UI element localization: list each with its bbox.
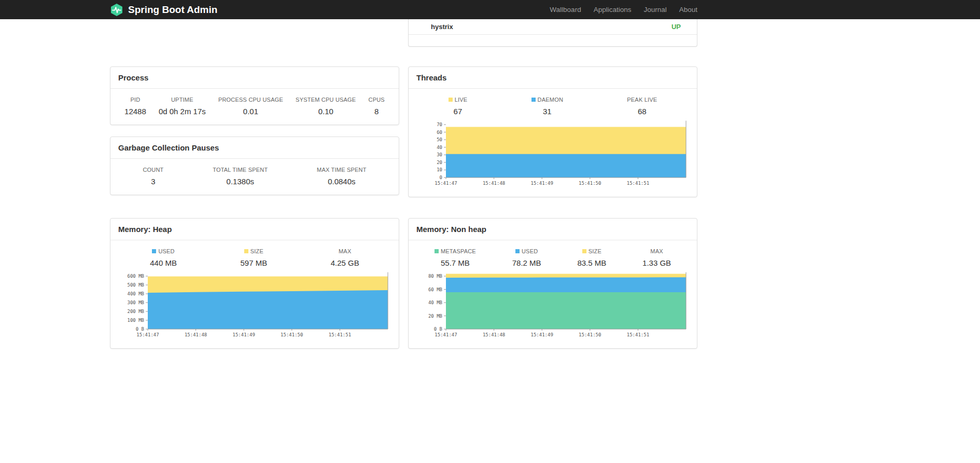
- svg-text:400 MB: 400 MB: [127, 291, 144, 296]
- gc-panel: Garbage Collection Pauses COUNT 3 TOTAL …: [110, 137, 399, 195]
- svg-text:60 MB: 60 MB: [428, 287, 442, 292]
- process-panel: Process PID 12488 UPTIME 0d 0h 2m 17s PR…: [110, 66, 399, 125]
- brand-title: Spring Boot Admin: [128, 4, 217, 16]
- svg-text:15:41:47: 15:41:47: [136, 332, 159, 337]
- svg-text:0 B: 0 B: [434, 326, 442, 332]
- threads-panel-title: Threads: [409, 67, 697, 89]
- threads-chart: 01020304050607015:41:4715:41:4815:41:491…: [416, 120, 689, 188]
- metric-nonheap-used: USED 78.2 MB: [510, 248, 543, 267]
- heap-chart: 0 B100 MB200 MB300 MB400 MB500 MB600 MB1…: [118, 272, 391, 339]
- application-name-link[interactable]: hystrix: [431, 23, 453, 31]
- threads-panel: Threads LIVE 67 DAEMON 31 PEAK LIVE: [408, 66, 697, 197]
- svg-text:200 MB: 200 MB: [127, 309, 144, 314]
- svg-text:40 MB: 40 MB: [428, 300, 442, 305]
- svg-text:15:41:50: 15:41:50: [579, 181, 601, 186]
- metric-system-cpu: SYSTEM CPU USAGE 0.10: [293, 97, 358, 116]
- metric-gc-total-time: TOTAL TIME SPENT 0.1380s: [211, 167, 270, 186]
- metric-gc-count: COUNT 3: [141, 167, 165, 186]
- left-column-mid: Process PID 12488 UPTIME 0d 0h 2m 17s PR…: [110, 66, 399, 197]
- navbar-container: Spring Boot Admin Wallboard Applications…: [110, 0, 697, 19]
- svg-text:0: 0: [440, 175, 442, 180]
- row-process-threads: Process PID 12488 UPTIME 0d 0h 2m 17s PR…: [110, 66, 697, 197]
- metric-system-cpu-value: 0.10: [296, 107, 356, 116]
- metric-heap-max-value: 4.25 GB: [331, 258, 359, 267]
- top-navbar: Spring Boot Admin Wallboard Applications…: [0, 0, 980, 19]
- metric-heap-size-value: 597 MB: [240, 258, 267, 267]
- metric-threads-daemon-value: 31: [531, 107, 563, 116]
- metric-process-cpu: PROCESS CPU USAGE 0.01: [216, 97, 285, 116]
- gc-panel-title: Garbage Collection Pauses: [110, 137, 399, 159]
- nonheap-legend: METASPACE 55.7 MB USED 78.2 MB SIZE 83.5…: [416, 248, 689, 267]
- gc-panel-body: COUNT 3 TOTAL TIME SPENT 0.1380s MAX TIM…: [110, 159, 399, 195]
- svg-text:15:41:51: 15:41:51: [329, 332, 351, 337]
- svg-text:15:41:49: 15:41:49: [531, 181, 553, 186]
- nav-item-about[interactable]: About: [673, 6, 697, 13]
- metric-nonheap-used-value: 78.2 MB: [512, 258, 541, 267]
- nonheap-used-legend-swatch: [515, 249, 520, 253]
- metric-nonheap-size: SIZE 83.5 MB: [575, 248, 608, 267]
- size-legend-swatch: [244, 249, 248, 253]
- svg-text:70: 70: [437, 122, 442, 127]
- svg-text:15:41:49: 15:41:49: [233, 332, 255, 337]
- nonheap-size-legend-swatch: [582, 249, 586, 253]
- heap-panel: Memory: Heap USED 440 MB SIZE 597 MB MAX: [110, 218, 399, 349]
- application-status-panel: hystrix UP: [408, 19, 697, 47]
- nav-item-applications[interactable]: Applications: [587, 6, 638, 13]
- threads-legend: LIVE 67 DAEMON 31 PEAK LIVE 68: [416, 97, 689, 116]
- spring-boot-admin-logo-icon: [110, 3, 123, 17]
- process-panel-title: Process: [110, 67, 399, 89]
- metric-heap-size: SIZE 597 MB: [238, 248, 269, 267]
- metric-nonheap-metaspace: METASPACE 55.7 MB: [432, 248, 478, 267]
- metric-process-cpu-value: 0.01: [218, 107, 283, 116]
- used-legend-swatch: [152, 249, 156, 253]
- svg-text:80 MB: 80 MB: [428, 274, 442, 279]
- metric-threads-daemon: DAEMON 31: [529, 97, 565, 116]
- metric-nonheap-metaspace-value: 55.7 MB: [435, 258, 476, 267]
- metric-threads-live: LIVE 67: [446, 97, 470, 116]
- svg-text:30: 30: [437, 152, 442, 157]
- svg-text:300 MB: 300 MB: [127, 300, 144, 305]
- svg-text:500 MB: 500 MB: [127, 282, 144, 288]
- metric-heap-used-value: 440 MB: [150, 258, 177, 267]
- right-column-top: hystrix UP: [408, 19, 697, 47]
- metric-gc-total-time-value: 0.1380s: [213, 177, 268, 186]
- nav-item-journal[interactable]: Journal: [637, 6, 673, 13]
- brand-link[interactable]: Spring Boot Admin: [110, 3, 217, 17]
- left-column-spacer: [110, 19, 399, 47]
- svg-text:20 MB: 20 MB: [428, 314, 442, 319]
- application-status-badge: UP: [671, 23, 681, 31]
- svg-text:100 MB: 100 MB: [127, 318, 144, 323]
- nav-item-wallboard[interactable]: Wallboard: [543, 6, 587, 13]
- nonheap-chart: 0 B20 MB40 MB60 MB80 MB15:41:4715:41:481…: [416, 272, 689, 339]
- svg-text:15:41:51: 15:41:51: [627, 332, 649, 337]
- svg-text:600 MB: 600 MB: [127, 274, 144, 279]
- svg-text:15:41:47: 15:41:47: [435, 181, 457, 186]
- svg-text:15:41:48: 15:41:48: [185, 332, 207, 337]
- metric-heap-used: USED 440 MB: [148, 248, 179, 267]
- nonheap-panel-title: Memory: Non heap: [409, 219, 697, 240]
- heap-panel-title: Memory: Heap: [110, 219, 399, 240]
- metric-threads-live-value: 67: [449, 107, 468, 116]
- threads-panel-body: LIVE 67 DAEMON 31 PEAK LIVE 68 010203040…: [409, 89, 697, 197]
- svg-text:40: 40: [437, 145, 442, 150]
- left-column-bottom: Memory: Heap USED 440 MB SIZE 597 MB MAX: [110, 218, 399, 349]
- svg-text:15:41:48: 15:41:48: [483, 181, 505, 186]
- process-metrics: PID 12488 UPTIME 0d 0h 2m 17s PROCESS CP…: [118, 97, 391, 116]
- metric-cpus-value: 8: [369, 107, 385, 116]
- metric-cpus: CPUS 8: [367, 97, 387, 116]
- row-memory: Memory: Heap USED 440 MB SIZE 597 MB MAX: [110, 218, 697, 349]
- svg-text:0 B: 0 B: [136, 326, 144, 332]
- metric-nonheap-max-value: 1.33 GB: [642, 258, 671, 267]
- daemon-legend-swatch: [531, 98, 536, 102]
- metaspace-legend-swatch: [435, 249, 439, 253]
- nonheap-panel-body: METASPACE 55.7 MB USED 78.2 MB SIZE 83.5…: [409, 240, 697, 348]
- row-application-status: hystrix UP: [110, 19, 697, 47]
- metric-nonheap-size-value: 83.5 MB: [577, 258, 606, 267]
- application-row: hystrix UP: [409, 19, 697, 35]
- svg-text:15:41:50: 15:41:50: [281, 332, 303, 337]
- heap-legend: USED 440 MB SIZE 597 MB MAX 4.25 GB: [118, 248, 391, 267]
- svg-text:15:41:50: 15:41:50: [579, 332, 601, 337]
- gc-metrics: COUNT 3 TOTAL TIME SPENT 0.1380s MAX TIM…: [118, 167, 391, 186]
- metric-gc-max-time-value: 0.0840s: [317, 177, 367, 186]
- metric-heap-max: MAX 4.25 GB: [329, 248, 361, 267]
